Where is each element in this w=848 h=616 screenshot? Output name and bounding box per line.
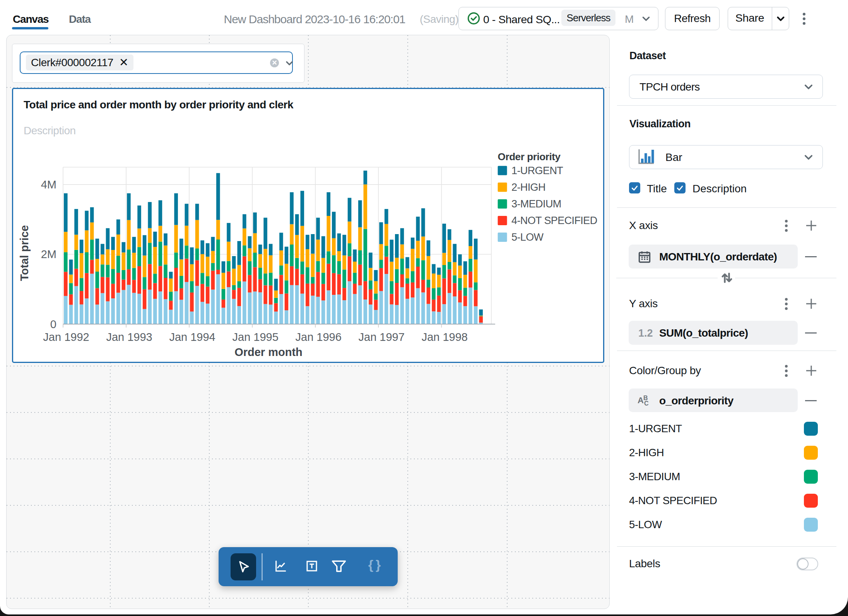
svg-text:Jan 1992: Jan 1992 [43,331,89,343]
svg-text:Total price: Total price [18,225,31,281]
svg-text:Jan 1994: Jan 1994 [169,331,215,343]
svg-text:2M: 2M [41,248,56,260]
svg-text:5-LOW: 5-LOW [511,231,544,243]
svg-text:Order priority: Order priority [498,151,561,163]
svg-text:Jan 1993: Jan 1993 [106,331,152,343]
svg-text:4-NOT SPECIFIED: 4-NOT SPECIFIED [511,215,597,226]
svg-text:1-URGENT: 1-URGENT [511,165,563,176]
svg-text:2-HIGH: 2-HIGH [511,181,545,193]
svg-text:4M: 4M [41,178,56,191]
svg-text:Jan 1997: Jan 1997 [359,331,405,343]
svg-text:0: 0 [50,318,56,330]
svg-text:Jan 1996: Jan 1996 [296,331,342,343]
svg-text:A: A [638,395,644,405]
svg-text:Jan 1995: Jan 1995 [233,331,279,343]
svg-text:3-MEDIUM: 3-MEDIUM [511,198,561,210]
svg-text:Order month: Order month [234,346,303,358]
svg-text:Jan 1998: Jan 1998 [422,331,468,343]
svg-text:C: C [644,400,649,407]
